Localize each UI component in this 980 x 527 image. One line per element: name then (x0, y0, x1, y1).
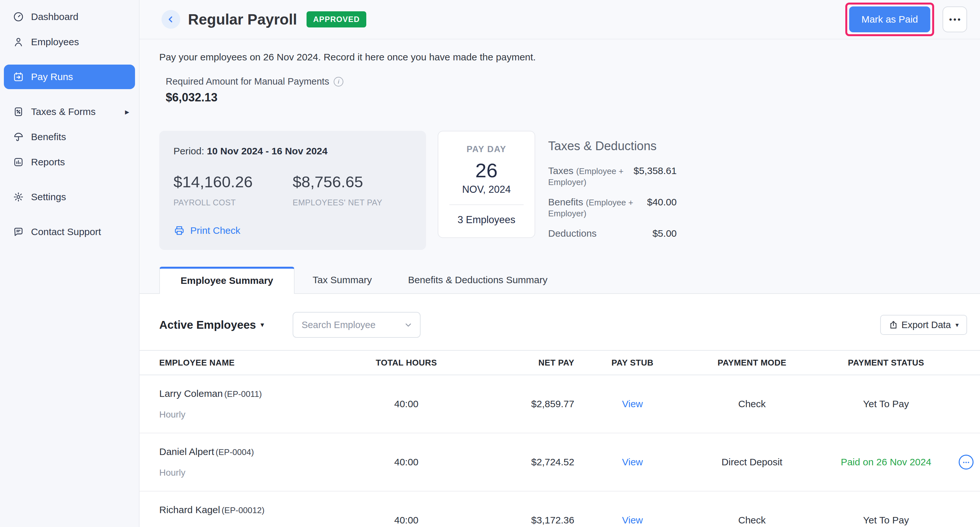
taxes-deductions-block: Taxes & Deductions Taxes (Employee + Emp… (548, 139, 677, 248)
benefits-row: Benefits (Employee + Employer) $40.00 (548, 197, 677, 219)
sidebar-item-benefits[interactable]: Benefits (4, 125, 135, 149)
col-payment-mode: PAYMENT MODE (690, 358, 813, 368)
pay-day-card: PAY DAY 26 NOV, 2024 3 Employees (438, 131, 535, 238)
net-pay-value: $8,756.65 (293, 173, 412, 191)
pay-day-month-year: NOV, 2024 (444, 184, 529, 195)
tab-benefits-deductions-summary[interactable]: Benefits & Deductions Summary (390, 267, 566, 293)
sidebar-item-label: Contact Support (31, 226, 101, 237)
employee-type: Salaried (159, 526, 345, 527)
instruction-text: Pay your employees on 26 Nov 2024. Recor… (159, 52, 967, 63)
page-title: Regular Payroll (188, 11, 297, 28)
sidebar-item-pay-runs[interactable]: Pay Runs (4, 65, 135, 89)
employee-id: (EP-0004) (216, 447, 254, 457)
employee-type: Hourly (159, 468, 345, 478)
row-actions-button[interactable]: ••• (959, 455, 974, 470)
main-panel: Regular Payroll APPROVED Mark as Paid ••… (140, 0, 980, 527)
payment-mode: Check (690, 398, 813, 410)
table-row: Daniel Alpert (EP-0004) Hourly 40:00 $2,… (140, 433, 980, 492)
sidebar-item-dashboard[interactable]: Dashboard (4, 5, 135, 29)
payroll-cost-label: PAYROLL COST (173, 198, 293, 207)
sidebar-item-label: Settings (31, 192, 66, 202)
printer-icon (173, 225, 185, 237)
employee-name: Richard Kagel (159, 505, 220, 515)
chevron-down-icon (404, 320, 413, 329)
sidebar: Dashboard Employees Pay Runs Taxes & For… (0, 0, 140, 527)
summary-cards: Period: 10 Nov 2024 - 16 Nov 2024 $14,16… (159, 131, 967, 250)
taxes-forms-icon (13, 106, 24, 117)
status-badge: APPROVED (307, 11, 366, 27)
search-employee-select[interactable]: Search Employee (293, 312, 420, 338)
employee-filter-dropdown[interactable]: Active Employees ▾ (159, 318, 264, 331)
sidebar-item-label: Reports (31, 157, 65, 168)
employee-count: 3 Employees (444, 214, 529, 226)
print-check-link[interactable]: Print Check (173, 225, 240, 237)
payroll-cost-value: $14,160.26 (173, 173, 293, 191)
total-hours: 40:00 (345, 515, 468, 526)
table-header: EMPLOYEE NAME TOTAL HOURS NET PAY PAY ST… (140, 350, 980, 375)
more-actions-button[interactable]: ••• (943, 6, 967, 32)
chat-support-icon (13, 226, 24, 237)
employee-name: Daniel Alpert (159, 446, 214, 457)
period-label: Period: (173, 146, 207, 156)
pay-day-number: 26 (444, 159, 529, 182)
employees-icon (13, 37, 24, 48)
payment-mode: Direct Deposit (690, 457, 813, 468)
required-amount-value: $6,032.13 (166, 91, 967, 104)
net-pay: $2,859.77 (468, 398, 574, 410)
payment-status: Paid on 26 Nov 2024 (813, 457, 959, 468)
col-net-pay: NET PAY (468, 358, 574, 368)
info-icon[interactable]: i (334, 77, 344, 87)
deductions-row: Deductions $5.00 (548, 228, 677, 239)
sidebar-item-label: Benefits (31, 132, 66, 143)
sidebar-item-employees[interactable]: Employees (4, 30, 135, 54)
required-amount-block: Required Amount for Manual Payments i $6… (166, 76, 967, 104)
employee-summary-panel: Active Employees ▾ Search Employee Expor… (140, 294, 980, 527)
reports-icon (13, 157, 24, 168)
employee-id: (EP-0011) (224, 389, 262, 399)
required-amount-label: Required Amount for Manual Payments (166, 76, 329, 87)
settings-gear-icon (13, 192, 24, 202)
tab-tax-summary[interactable]: Tax Summary (294, 267, 390, 293)
sidebar-item-taxes-forms[interactable]: Taxes & Forms ▸ (4, 100, 135, 124)
search-placeholder: Search Employee (302, 320, 404, 330)
benefits-icon (13, 132, 24, 143)
employee-type: Hourly (159, 410, 345, 420)
payment-status: Yet To Pay (813, 398, 959, 410)
export-data-button[interactable]: Export Data ▾ (880, 315, 967, 335)
sidebar-item-label: Pay Runs (31, 71, 73, 83)
export-icon (889, 320, 898, 330)
summary-tabs: Employee Summary Tax Summary Benefits & … (140, 267, 980, 294)
total-hours: 40:00 (345, 398, 468, 410)
sidebar-item-contact-support[interactable]: Contact Support (4, 220, 135, 244)
sidebar-item-reports[interactable]: Reports (4, 150, 135, 175)
col-employee-name: EMPLOYEE NAME (159, 358, 345, 368)
total-hours: 40:00 (345, 457, 468, 468)
sidebar-item-label: Taxes & Forms (31, 106, 95, 117)
sidebar-item-label: Employees (31, 37, 79, 48)
table-row: Richard Kagel (EP-00012) Salaried 40:00 … (140, 492, 980, 527)
pay-period-card: Period: 10 Nov 2024 - 16 Nov 2024 $14,16… (159, 131, 426, 250)
view-pay-stub-link[interactable]: View (622, 398, 643, 409)
col-payment-status: PAYMENT STATUS (813, 358, 959, 368)
back-button[interactable] (162, 10, 180, 29)
page-header: Regular Payroll APPROVED Mark as Paid ••… (140, 0, 980, 40)
view-pay-stub-link[interactable]: View (622, 515, 643, 525)
view-pay-stub-link[interactable]: View (622, 457, 643, 467)
sidebar-item-label: Dashboard (31, 11, 78, 22)
col-total-hours: TOTAL HOURS (345, 358, 468, 368)
caret-down-icon: ▾ (955, 321, 959, 329)
mark-as-paid-button[interactable]: Mark as Paid (849, 6, 930, 32)
sidebar-item-settings[interactable]: Settings (4, 185, 135, 209)
pay-runs-icon (13, 71, 24, 83)
payroll-summary-section: Pay your employees on 26 Nov 2024. Recor… (140, 40, 980, 250)
employee-id: (EP-00012) (221, 505, 264, 515)
taxes-row: Taxes (Employee + Employer) $5,358.61 (548, 165, 677, 187)
dashboard-icon (13, 11, 24, 22)
net-pay: $2,724.52 (468, 457, 574, 468)
net-pay-label: EMPLOYEES' NET PAY (293, 198, 412, 207)
col-pay-stub: PAY STUB (574, 358, 690, 368)
net-pay: $3,172.36 (468, 515, 574, 526)
annotation-highlight-box: Mark as Paid (845, 3, 934, 36)
tab-employee-summary[interactable]: Employee Summary (159, 267, 294, 294)
caret-down-icon: ▾ (261, 321, 264, 329)
